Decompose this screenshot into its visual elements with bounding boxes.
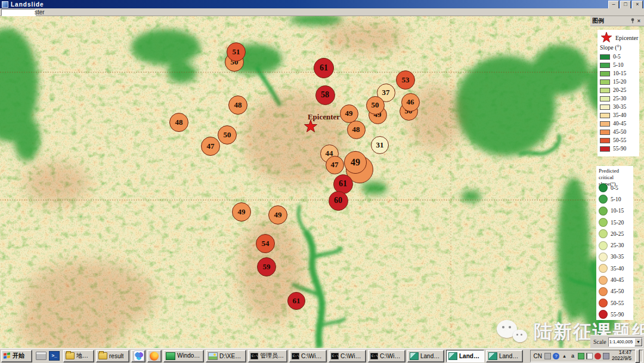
chevron-down-icon[interactable]: ▼	[634, 338, 642, 346]
start-button[interactable]: 开始	[1, 350, 32, 362]
legend-range-label: 10-15	[613, 70, 626, 76]
printer-quicklaunch-icon[interactable]	[36, 352, 47, 360]
toolbar-text: ster	[35, 9, 45, 16]
close-panel-icon[interactable]: ×	[636, 18, 642, 24]
toolbar-input[interactable]	[1, 9, 36, 16]
slope-point[interactable]: 47	[326, 156, 344, 174]
usb-icon[interactable]	[603, 353, 609, 359]
taskbar: 开始 >_ 地震滑坡计...resultWindows 任...D:\XEB-A…	[0, 348, 644, 363]
slope-point[interactable]: 50	[366, 96, 385, 115]
legend-swatch	[600, 63, 610, 68]
slope-point[interactable]: 49	[344, 151, 367, 174]
record-icon[interactable]	[595, 353, 601, 359]
taskbar-button[interactable]: C:\C:\Windows...	[289, 350, 327, 362]
legend-panel-header[interactable]: 图例 ×	[590, 16, 644, 26]
taskbar-button[interactable]	[131, 350, 145, 362]
taskbar-button-label: result	[109, 353, 123, 359]
slope-point[interactable]: 50	[218, 125, 237, 144]
taskbar-button[interactable]: 地震滑坡计...	[63, 350, 94, 362]
flag-icon[interactable]	[586, 353, 593, 359]
slope-point[interactable]: 48	[169, 113, 188, 132]
legend-range-label: 0-5	[611, 185, 618, 191]
powershell-icon[interactable]: >_	[49, 351, 60, 361]
slope-point[interactable]: 61	[287, 292, 305, 310]
taskbar-button[interactable]: Landslide	[407, 350, 444, 362]
slope-point[interactable]: 59	[257, 257, 276, 276]
legend-row: 15-20	[599, 217, 633, 228]
legend-circle-swatch	[599, 195, 608, 204]
clock[interactable]: 14:47 2022/9/5	[612, 350, 631, 362]
legend-swatch	[600, 71, 610, 76]
legend-range-label: 40-45	[611, 277, 624, 283]
legend-swatch	[600, 104, 610, 110]
taskbar-button[interactable]: C:\C:\Windows...	[329, 350, 366, 362]
language-indicator[interactable]: CN	[533, 353, 541, 359]
legend-circle-swatch	[599, 264, 608, 273]
map-canvas[interactable]: 5051615337585046484949504848503147444749…	[0, 16, 644, 348]
titlebar[interactable]: Landslide – □ ×	[0, 0, 644, 8]
taskbar-button[interactable]: Windows 任...	[163, 350, 204, 362]
slope-point[interactable]: 46	[401, 93, 420, 112]
cmd-icon: C:\	[331, 353, 339, 359]
safety-icon[interactable]	[578, 353, 584, 359]
taskbar-button[interactable]: Landslide	[446, 350, 484, 362]
slope-point[interactable]: 53	[396, 70, 415, 90]
legend-row: 35-40	[599, 263, 633, 274]
legend-range-label: 5-10	[613, 62, 623, 68]
minimize-button[interactable]: –	[608, 1, 619, 9]
legend-swatch	[600, 54, 610, 60]
taskbar-button-label: Landslide	[420, 353, 442, 359]
close-button[interactable]: ×	[632, 1, 643, 9]
slope-point[interactable]: 60	[329, 191, 348, 211]
restore-button[interactable]: □	[620, 1, 631, 9]
legend-row: 20-25	[599, 228, 633, 239]
legend-circle-swatch	[599, 207, 608, 216]
legend-circle-swatch	[599, 287, 608, 296]
legend-epicenter-star-icon	[600, 32, 613, 44]
legend-epicenter-label: Epicenter	[615, 35, 638, 41]
slope-point[interactable]: 48	[347, 121, 366, 139]
pin-icon[interactable]	[629, 18, 636, 24]
legend-row: 15-20	[600, 78, 639, 86]
legend-range-label: 50-55	[611, 300, 624, 306]
input-method-icon[interactable]: a	[569, 353, 576, 359]
taskbar-button[interactable]: Landslide	[486, 350, 523, 362]
legend-range-label: 30-35	[611, 254, 624, 260]
taskbar-button[interactable]: result	[96, 350, 129, 362]
legend-range-label: 0-5	[613, 54, 621, 60]
legend-range-label: 25-30	[611, 242, 624, 248]
slope-point[interactable]: 54	[256, 234, 275, 253]
clock-date: 2022/9/5	[612, 355, 631, 361]
slope-point[interactable]: 58	[315, 85, 335, 105]
slope-point[interactable]: 47	[201, 137, 220, 156]
taskbar-button[interactable]: D:\XEB-ACT...	[206, 350, 246, 362]
slope-point[interactable]: 61	[314, 58, 334, 78]
slope-point[interactable]: 51	[227, 42, 246, 61]
legend-row: 5-10	[600, 61, 639, 69]
printer-icon[interactable]	[544, 353, 551, 359]
slope-point[interactable]: 48	[228, 96, 247, 115]
updates-caret-icon[interactable]: ▴	[561, 353, 568, 359]
app-icon	[488, 352, 497, 360]
start-label: 开始	[13, 352, 24, 360]
cloud-icon	[134, 350, 144, 361]
show-desktop-button[interactable]	[635, 349, 640, 363]
legend-row: 0-5	[600, 53, 639, 61]
taskbar-button-label: 地震滑坡计...	[76, 352, 92, 360]
taskbar-button[interactable]	[147, 350, 162, 362]
slope-point[interactable]: 31	[371, 136, 389, 154]
legend-circle-swatch	[599, 276, 608, 285]
system-tray: CN ?▴a 14:47 2022/9/5	[530, 350, 643, 362]
scale-combo[interactable]: 1:1,400,005 ▼	[608, 337, 643, 347]
legend-circle-swatch	[599, 253, 608, 262]
folder-icon	[66, 352, 75, 359]
taskbar-button-label: Windows 任...	[177, 352, 202, 360]
taskbar-button[interactable]: C:\管理员: C:...	[248, 350, 287, 362]
cmd-icon: C:\	[292, 353, 299, 359]
taskbar-button-label: Landslide	[499, 353, 521, 359]
taskbar-button[interactable]: C:\C:\Windows...	[368, 350, 405, 362]
help-icon[interactable]: ?	[553, 353, 559, 359]
slope-point[interactable]: 49	[268, 205, 287, 224]
slope-point[interactable]: 49	[232, 202, 251, 222]
clock-time: 14:47	[619, 349, 631, 355]
